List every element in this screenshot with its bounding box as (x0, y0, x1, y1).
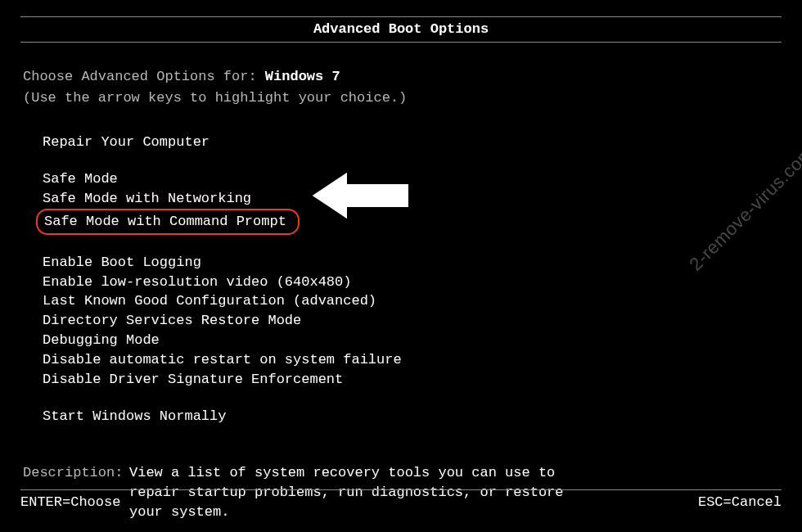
option-debugging-mode[interactable]: Debugging Mode (43, 331, 160, 350)
option-disable-driver-sig[interactable]: Disable Driver Signature Enforcement (43, 370, 343, 390)
option-safe-mode[interactable]: Safe Mode (43, 169, 118, 189)
option-low-res-video[interactable]: Enable low-resolution video (640x480) (43, 273, 351, 292)
option-safe-mode-command-prompt[interactable]: Safe Mode with Command Prompt (36, 209, 300, 235)
option-last-known-good[interactable]: Last Known Good Configuration (advanced) (43, 291, 376, 311)
option-disable-auto-restart[interactable]: Disable automatic restart on system fail… (43, 350, 402, 370)
main-content: Choose Advanced Options for: Windows 7 (… (0, 43, 802, 522)
footer-bar: ENTER=Choose ESC=Cancel (20, 489, 782, 514)
arrow-key-hint: (Use the arrow keys to highlight your ch… (23, 88, 779, 108)
esc-hint: ESC=Cancel (698, 493, 782, 512)
option-boot-logging[interactable]: Enable Boot Logging (43, 253, 201, 273)
os-name: Windows 7 (265, 69, 340, 84)
option-repair-computer[interactable]: Repair Your Computer (43, 133, 210, 152)
option-start-normally[interactable]: Start Windows Normally (43, 407, 226, 426)
arrow-annotation-icon (307, 167, 413, 224)
choose-prompt: Choose Advanced Options for: Windows 7 (23, 67, 779, 87)
option-directory-services-restore[interactable]: Directory Services Restore Mode (43, 311, 301, 331)
option-safe-mode-networking[interactable]: Safe Mode with Networking (43, 189, 251, 209)
title-bar: Advanced Boot Options (20, 16, 782, 43)
page-title: Advanced Boot Options (313, 20, 489, 39)
enter-hint: ENTER=Choose (20, 493, 120, 512)
prompt-prefix: Choose Advanced Options for: (23, 69, 265, 84)
